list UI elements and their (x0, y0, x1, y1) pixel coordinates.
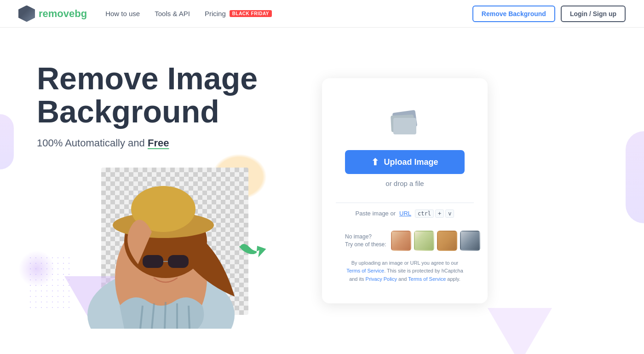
paste-text: Paste image or (356, 210, 396, 217)
tos-link[interactable]: Terms of Service (346, 268, 384, 273)
nav-right: Remove Background Login / Sign up (472, 6, 626, 22)
logo-text-main: remove (39, 8, 75, 19)
hero-title-line2: Background (37, 94, 219, 129)
disclaimer-text: By uploading an image or URL you agree t… (351, 260, 459, 266)
upload-image-button[interactable]: ⬆ Upload Image (345, 150, 465, 174)
disclaimer-and: and (397, 276, 408, 282)
nav-link-pricing[interactable]: Pricing (205, 10, 226, 17)
logo-text-accent: bg (75, 8, 87, 19)
sample-thumb-1[interactable] (391, 231, 411, 251)
nav-links: How to use Tools & API Pricing BLACK FRI… (105, 10, 272, 17)
pricing-wrap: Pricing BLACK FRIDAY (205, 10, 272, 17)
v-key: v (445, 209, 454, 218)
left-blob-decoration (0, 114, 14, 169)
nav-left: removebg How to use Tools & API Pricing … (18, 6, 272, 22)
sample-images: No image? Try one of these: (336, 224, 474, 255)
stack-layer-front (393, 118, 416, 134)
logo-icon (18, 6, 35, 22)
sample-label-line2: Try one of these: (345, 241, 386, 249)
nav-link-tools-api[interactable]: Tools & API (155, 10, 190, 17)
upload-arrow-icon: ⬆ (371, 157, 379, 168)
paste-bar: Paste image or URL ctrl + v (336, 203, 474, 224)
hero-subtitle: 100% Automatically and Free (37, 137, 304, 149)
disclaimer-apply: apply. (446, 276, 460, 282)
sample-thumb-3[interactable] (437, 231, 457, 251)
upload-zone[interactable]: ⬆ Upload Image or drop a file (336, 92, 474, 203)
sample-thumbs (391, 231, 480, 251)
black-friday-badge: BLACK FRIDAY (230, 10, 272, 17)
sample-thumb-4[interactable] (460, 231, 480, 251)
hero-title-line1: Remove Image (37, 61, 258, 96)
svg-rect-7 (168, 255, 189, 268)
layers-icon (389, 111, 421, 139)
logo-text: removebg (39, 8, 87, 20)
nav-link-how-to-use[interactable]: How to use (105, 10, 140, 17)
nav-login-button[interactable]: Login / Sign up (561, 6, 626, 22)
url-link[interactable]: URL (399, 210, 411, 217)
nav-remove-background-button[interactable]: Remove Background (472, 6, 555, 22)
arrow-svg (236, 234, 277, 267)
hero-image-container (37, 168, 253, 319)
woman-photo (74, 158, 248, 329)
navbar: removebg How to use Tools & API Pricing … (0, 0, 644, 28)
hero-title: Remove Image Background (37, 62, 304, 128)
hero-subtitle-main: 100% Automatically and (37, 137, 148, 149)
bottom-triangle-decoration (488, 308, 552, 354)
logo[interactable]: removebg (18, 6, 87, 22)
upload-image-label: Upload Image (384, 157, 438, 167)
svg-line-13 (189, 306, 190, 329)
upload-card: ⬆ Upload Image or drop a file Paste imag… (322, 78, 488, 304)
sample-label: No image? Try one of these: (345, 233, 386, 249)
svg-rect-6 (143, 255, 163, 268)
sample-thumb-2[interactable] (414, 231, 434, 251)
left-content: Remove Image Background 100% Automatical… (37, 62, 304, 319)
woman-svg (74, 158, 248, 329)
ctrl-key: ctrl (415, 209, 434, 218)
main-content: Remove Image Background 100% Automatical… (0, 28, 644, 354)
plus-key: + (435, 209, 444, 218)
svg-line-11 (165, 302, 166, 329)
green-arrow-decoration (236, 234, 279, 274)
right-blob-decoration (626, 131, 644, 223)
tos2-link[interactable]: Terms of Service (408, 276, 446, 282)
keyboard-shortcut: ctrl + v (415, 209, 454, 218)
sample-label-line1: No image? (345, 233, 386, 241)
hero-subtitle-free: Free (148, 137, 169, 149)
drop-text: or drop a file (385, 180, 424, 187)
privacy-link[interactable]: Privacy Policy (366, 276, 397, 282)
disclaimer: By uploading an image or URL you agree t… (336, 255, 474, 290)
